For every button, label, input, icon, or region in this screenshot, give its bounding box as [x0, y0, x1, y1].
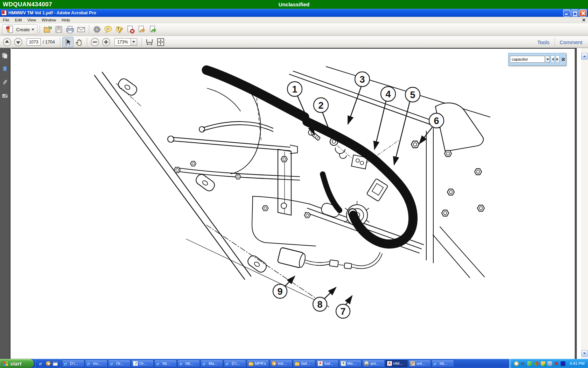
- svg-text:1: 1: [292, 84, 297, 95]
- taskbar-button-5[interactable]: htt...: [177, 360, 200, 367]
- taskbar-button-1[interactable]: mc...: [85, 360, 107, 367]
- previous-page-button[interactable]: [1, 37, 13, 47]
- winapp-icon[interactable]: [53, 361, 58, 366]
- window-title: HMMWV TM Vol 1.pdf - Adobe Acrobat Pro: [8, 11, 96, 15]
- taskbar-button-8[interactable]: MPR's: [247, 360, 269, 367]
- taskbar-button-label: Saf...: [301, 361, 310, 366]
- menu-file[interactable]: File: [0, 18, 12, 22]
- select-tool-icon: [63, 38, 72, 47]
- zoom-dropdown-button[interactable]: [131, 38, 137, 46]
- restore-button[interactable]: [571, 9, 579, 16]
- taskbar-button-10[interactable]: Saf...: [293, 360, 315, 367]
- toolbar-close-icon[interactable]: [582, 18, 586, 22]
- device-icon[interactable]: [547, 361, 552, 366]
- taskbar-button-3[interactable]: Or...: [131, 360, 154, 367]
- pdf-page[interactable]: 1 2 3 4 5 6 7 8 9: [11, 48, 577, 359]
- taskbar-button-label: ant...: [370, 361, 379, 366]
- taskbar-button-12[interactable]: Mic...: [339, 360, 362, 367]
- gear-icon: [92, 25, 102, 34]
- comment-panel-button[interactable]: Comment: [560, 39, 582, 45]
- menu-edit[interactable]: Edit: [12, 18, 25, 22]
- save-icon: [54, 25, 63, 34]
- page-thumbnails-icon[interactable]: [2, 52, 8, 59]
- next-page-button[interactable]: [13, 37, 24, 47]
- navigation-pane: [0, 48, 10, 359]
- attachments-icon[interactable]: [2, 79, 8, 86]
- scroll-down-button[interactable]: [581, 350, 588, 357]
- volume-icon[interactable]: [521, 361, 525, 366]
- zoom-out-icon: [90, 38, 99, 47]
- scroll-up-button[interactable]: [581, 53, 588, 60]
- save-button[interactable]: [53, 24, 64, 35]
- zoom-out-button[interactable]: [89, 37, 100, 47]
- quick-launch-bar: [35, 359, 61, 368]
- minimize-button[interactable]: [563, 9, 570, 16]
- menu-view[interactable]: View: [24, 18, 39, 22]
- taskbar-button-15[interactable]: unt...: [408, 360, 431, 367]
- comment-button[interactable]: [103, 24, 114, 35]
- tools-panel-button[interactable]: Tools: [537, 39, 550, 45]
- taskbar-button-14[interactable]: HM...: [385, 360, 408, 367]
- find-input[interactable]: [510, 56, 545, 63]
- technical-figure: 1 2 3 4 5 6 7 8 9: [11, 1, 588, 368]
- callout-8: 8: [313, 297, 327, 311]
- taskbar-button-0[interactable]: D:\...: [62, 360, 84, 367]
- signatures-icon[interactable]: [2, 92, 8, 99]
- create-button[interactable]: Create: [2, 24, 37, 35]
- vertical-scrollbar[interactable]: [581, 48, 588, 359]
- taskbar-button-6[interactable]: Ma...: [201, 360, 223, 367]
- delete-page-button[interactable]: [125, 24, 136, 35]
- zoom-level-control[interactable]: 173%: [114, 38, 137, 46]
- network-icon[interactable]: [534, 361, 539, 366]
- print-button[interactable]: [64, 24, 76, 35]
- outlook-icon[interactable]: [46, 361, 51, 366]
- taskbar-button-9[interactable]: Inb...: [270, 360, 292, 367]
- fit-page-icon: [156, 38, 165, 47]
- taskbar-button-11[interactable]: Saf...: [316, 360, 338, 367]
- menu-help[interactable]: Help: [59, 18, 73, 22]
- export-page-icon: [137, 25, 146, 34]
- acrobat-app-icon: [1, 10, 7, 15]
- export-page-button[interactable]: [136, 24, 147, 35]
- paint-icon: [410, 361, 415, 366]
- agent-icon[interactable]: [527, 361, 532, 366]
- excel-icon: [341, 361, 346, 366]
- open-button[interactable]: [42, 24, 53, 35]
- chevron-down-icon: [132, 41, 135, 43]
- create-icon: [5, 25, 14, 34]
- ie-icon[interactable]: [39, 361, 44, 366]
- svg-text:8: 8: [317, 299, 322, 310]
- sign-button[interactable]: T: [114, 24, 125, 35]
- reminder-icon[interactable]: [514, 361, 519, 366]
- page-number-input[interactable]: [27, 38, 41, 46]
- taskbar-button-7[interactable]: D:\...: [224, 360, 246, 367]
- find-next-button[interactable]: [555, 55, 560, 63]
- taskbar-button-label: Ma...: [209, 361, 217, 366]
- find-close-button[interactable]: [561, 57, 565, 62]
- taskbar-button-13[interactable]: ant...: [362, 360, 385, 367]
- fit-page-button[interactable]: [155, 37, 166, 47]
- display-icon[interactable]: [561, 361, 565, 366]
- taskbar: start D:\...mc...Or...Or...htt...htt...M…: [0, 359, 588, 368]
- find-dropdown-button[interactable]: [546, 56, 550, 63]
- close-button[interactable]: [579, 9, 587, 16]
- menu-window[interactable]: Window: [39, 18, 59, 22]
- taskbar-button-16[interactable]: htt...: [432, 360, 454, 367]
- disconnect-icon[interactable]: [554, 361, 559, 366]
- taskbar-button-label: MPR's: [255, 361, 266, 366]
- find-previous-button[interactable]: [551, 55, 555, 63]
- start-button[interactable]: start: [0, 359, 34, 368]
- scroll-mode-button[interactable]: [144, 37, 155, 47]
- folder-icon: [295, 362, 300, 366]
- settings-button[interactable]: [91, 24, 103, 35]
- bookmarks-icon[interactable]: [2, 66, 8, 73]
- zoom-in-button[interactable]: [100, 37, 112, 47]
- hand-tool-button[interactable]: [74, 37, 85, 47]
- share-page-button[interactable]: [147, 24, 159, 35]
- taskbar-button-label: Or...: [116, 361, 124, 366]
- shield-icon[interactable]: [541, 361, 545, 366]
- taskbar-button-2[interactable]: Or...: [108, 360, 131, 367]
- select-tool-button[interactable]: [62, 37, 74, 47]
- taskbar-button-4[interactable]: htt...: [154, 360, 177, 367]
- email-button[interactable]: [76, 24, 87, 35]
